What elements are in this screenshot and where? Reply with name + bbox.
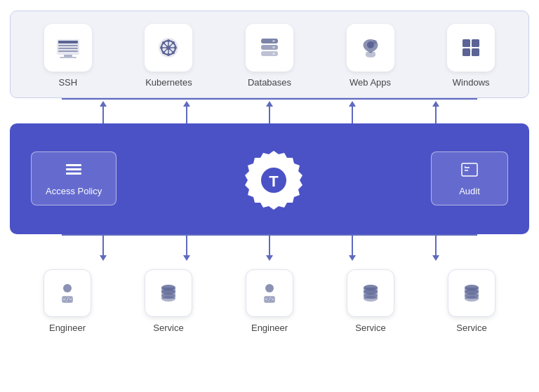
svg-rect-24 [261, 51, 278, 56]
windows-icon-box [447, 24, 495, 72]
ssh-label: SSH [58, 77, 77, 88]
vline-engineer1 [100, 234, 107, 261]
svg-rect-1 [58, 41, 78, 43]
identity-item-service2: Service [347, 269, 394, 333]
databases-icon [257, 35, 282, 60]
arrowhead-webapps [349, 101, 356, 107]
engineer2-icon-box: </> [246, 269, 293, 317]
service1-label: Service [153, 323, 183, 333]
engineer1-icon: </> [55, 281, 80, 306]
arrowhead-databases [266, 101, 273, 107]
middle-section: Access Policy T Audit [10, 123, 529, 234]
svg-rect-23 [261, 45, 278, 50]
svg-point-55 [161, 296, 175, 302]
svg-point-14 [167, 39, 170, 42]
vline-service2 [349, 234, 356, 261]
svg-rect-32 [463, 48, 470, 56]
svg-rect-3 [58, 48, 78, 49]
arrowhead-kubernetes [183, 101, 190, 107]
access-policy-icon [64, 161, 84, 180]
svg-rect-22 [261, 39, 278, 43]
svg-point-17 [174, 46, 177, 49]
svg-rect-38 [66, 173, 81, 175]
svg-point-15 [167, 53, 170, 56]
service1-icon-box [145, 269, 192, 317]
engineer1-icon-box: </> [44, 269, 91, 317]
svg-rect-35 [69, 164, 71, 166]
arrow-webapps [349, 101, 356, 123]
architecture-diagram: SSH [10, 11, 529, 382]
arrow-kubernetes [183, 101, 190, 123]
service1-icon [156, 281, 181, 306]
service-item-webapps: Web Apps [347, 24, 394, 88]
svg-text:T: T [269, 173, 279, 190]
kubernetes-icon [156, 35, 181, 60]
engineer1-label: Engineer [49, 323, 86, 333]
svg-point-26 [272, 46, 275, 48]
vline-service1 [183, 234, 190, 261]
svg-point-21 [162, 51, 165, 54]
svg-point-25 [272, 40, 275, 42]
vline-engineer1-line [102, 234, 104, 255]
service2-icon [358, 281, 383, 306]
svg-point-16 [160, 46, 163, 49]
top-services-section: SSH [10, 11, 529, 98]
teleport-logo: T [235, 140, 312, 217]
databases-label: Databases [248, 77, 291, 88]
svg-text:</>: </> [265, 297, 274, 302]
service2-icon-box [347, 269, 394, 317]
service-item-databases: Databases [246, 24, 293, 88]
vline-service3-line [435, 234, 437, 255]
arrowhead-service2 [349, 255, 356, 261]
arrows-top-container [62, 98, 477, 123]
service-item-windows: Windows [447, 24, 495, 88]
svg-rect-30 [463, 39, 470, 47]
webapps-icon [358, 35, 383, 60]
webapps-label: Web Apps [350, 77, 391, 88]
svg-rect-4 [58, 50, 78, 52]
arrowline-ssh [102, 107, 104, 123]
service-item-kubernetes: Kubernetes [145, 24, 192, 88]
kubernetes-label: Kubernetes [145, 77, 192, 88]
databases-icon-box [246, 24, 293, 72]
svg-point-73 [465, 296, 479, 302]
svg-rect-36 [66, 168, 81, 170]
svg-rect-31 [472, 39, 479, 47]
service3-label: Service [456, 323, 486, 333]
vline-service2-line [352, 234, 353, 255]
vline-engineer2-line [269, 234, 270, 255]
top-horizontal-line [62, 98, 477, 100]
engineer2-icon: </> [257, 281, 282, 306]
audit-label: Audit [459, 186, 480, 196]
svg-point-29 [373, 40, 377, 44]
arrowline-kubernetes [186, 107, 187, 123]
svg-rect-2 [58, 45, 78, 46]
arrow-ssh [100, 101, 107, 123]
svg-point-13 [166, 46, 171, 50]
svg-rect-34 [66, 164, 81, 166]
svg-rect-39 [69, 173, 71, 175]
identity-item-service1: Service [145, 269, 192, 333]
svg-point-27 [272, 53, 275, 55]
identity-item-engineer1: </> Engineer [44, 269, 91, 333]
arrow-windows [432, 101, 439, 123]
windows-icon [458, 35, 484, 60]
service3-icon [459, 281, 484, 306]
svg-text:</>: </> [63, 297, 72, 302]
arrowline-windows [435, 107, 437, 123]
svg-rect-42 [462, 163, 477, 176]
ssh-icon [55, 35, 81, 60]
vline-service3 [432, 234, 439, 261]
identity-item-service3: Service [448, 269, 495, 333]
svg-rect-37 [69, 168, 71, 170]
arrowhead-service3 [432, 255, 439, 261]
windows-label: Windows [453, 77, 490, 88]
service3-icon-box [448, 269, 495, 317]
svg-point-56 [265, 284, 274, 292]
audit-icon [460, 161, 479, 180]
svg-point-20 [172, 41, 175, 44]
arrowline-webapps [352, 107, 353, 123]
service-item-ssh: SSH [44, 24, 92, 88]
arrowhead-ssh [100, 101, 107, 107]
svg-rect-33 [472, 48, 479, 56]
